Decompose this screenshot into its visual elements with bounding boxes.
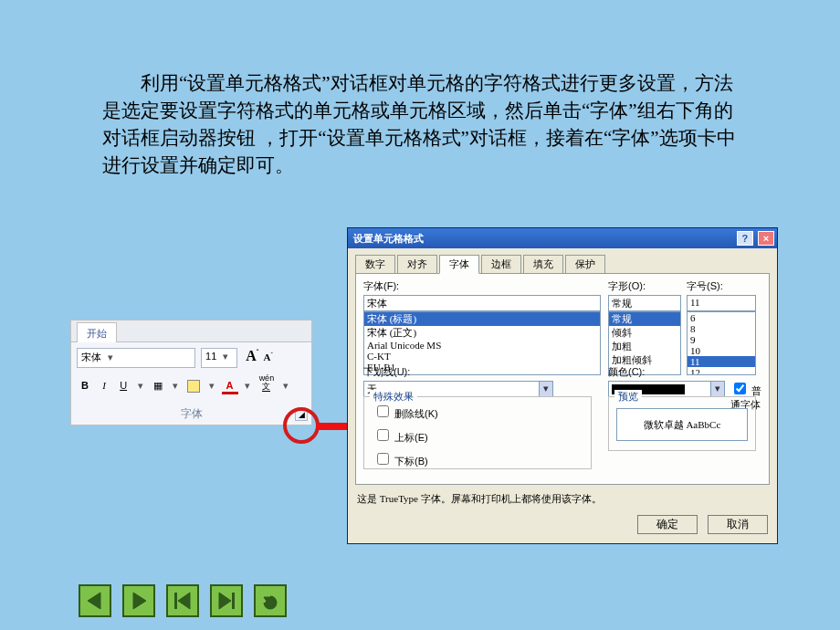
chevron-down-icon: ▾ xyxy=(219,351,232,362)
grow-font-button[interactable]: Aˆ xyxy=(246,348,258,363)
fill-color-button[interactable] xyxy=(184,379,203,394)
ribbon-group-label: 字体 xyxy=(71,406,311,422)
preview-text: 微软卓越 AaBbCc xyxy=(616,408,748,441)
list-item[interactable]: 6 xyxy=(688,312,755,323)
color-label: 颜色(C): xyxy=(608,365,725,379)
size-input[interactable]: 11 xyxy=(687,295,756,311)
font-color-button[interactable]: A xyxy=(222,379,238,394)
chevron-down-icon: ▾ xyxy=(104,352,117,363)
underline-button[interactable]: U xyxy=(115,379,131,392)
dialog-title: 设置单元格格式 xyxy=(353,232,424,246)
ribbon-tabbar: 开始 xyxy=(71,320,311,342)
list-item[interactable]: 加粗 xyxy=(609,340,680,353)
list-item[interactable]: 9 xyxy=(688,334,755,345)
nav-last-button[interactable] xyxy=(210,584,243,617)
nav-next-button[interactable] xyxy=(122,584,155,617)
dialog-footnote: 这是 TrueType 字体。屏幕和打印机上都将使用该字体。 xyxy=(357,492,768,506)
cancel-button[interactable]: 取消 xyxy=(708,515,768,534)
list-item[interactable]: 宋体 (正文) xyxy=(364,326,600,340)
font-input[interactable]: 宋体 xyxy=(363,295,601,311)
dialog-launcher-button[interactable]: ◢ xyxy=(295,408,308,421)
font-size-combo[interactable]: 11 ▾ xyxy=(201,348,237,368)
font-label: 字体(F): xyxy=(363,279,601,293)
list-item[interactable]: 10 xyxy=(688,345,755,356)
italic-button[interactable]: I xyxy=(96,379,112,392)
style-input[interactable]: 常规 xyxy=(608,295,681,311)
svg-marker-4 xyxy=(219,593,231,609)
format-cells-dialog: 设置单元格格式 ? × 数字 对齐 字体 边框 填充 保护 字体(F): 宋体 … xyxy=(347,227,778,544)
dialog-titlebar: 设置单元格格式 ? × xyxy=(348,228,777,248)
phonetic-button[interactable]: wén文 xyxy=(257,373,278,392)
preview-group: 预览 微软卓越 AaBbCc xyxy=(608,396,756,451)
chevron-down-icon: ▾ xyxy=(539,382,552,396)
ok-button[interactable]: 确定 xyxy=(637,515,698,534)
help-button[interactable]: ? xyxy=(737,231,753,246)
tab-font[interactable]: 字体 xyxy=(439,255,479,274)
svg-rect-5 xyxy=(232,593,235,609)
strikethrough-checkbox[interactable]: 删除线(K) xyxy=(373,403,591,421)
ribbon-font-group: 开始 宋体 ▾ 11 ▾ Aˆ Aˇ B I U ▾ ▦ ▾ ▾ A ▾ wén… xyxy=(70,320,312,425)
chevron-down-icon[interactable]: ▾ xyxy=(205,380,218,392)
list-item[interactable]: 宋体 (标题) xyxy=(364,312,600,326)
underline-label: 下划线(U): xyxy=(363,365,553,379)
tab-protect[interactable]: 保护 xyxy=(565,255,605,274)
svg-marker-1 xyxy=(133,593,146,609)
svg-marker-0 xyxy=(88,593,100,609)
style-label: 字形(O): xyxy=(608,279,681,293)
svg-rect-2 xyxy=(174,593,177,609)
superscript-checkbox[interactable]: 上标(E) xyxy=(373,426,591,445)
chevron-down-icon[interactable]: ▾ xyxy=(134,380,147,392)
paragraph-text: 利用“设置单元格格式”对话框对单元格的字符格式进行更多设置，方法是选定要设置字符… xyxy=(102,72,736,176)
list-item[interactable]: 8 xyxy=(688,323,755,334)
close-button[interactable]: × xyxy=(758,231,774,246)
border-button[interactable]: ▦ xyxy=(150,379,166,393)
tab-number[interactable]: 数字 xyxy=(355,255,395,274)
slide-nav xyxy=(79,584,287,617)
effects-legend: 特殊效果 xyxy=(370,390,417,404)
nav-first-button[interactable] xyxy=(166,584,199,617)
chevron-down-icon[interactable]: ▾ xyxy=(241,380,254,392)
chevron-down-icon[interactable]: ▾ xyxy=(169,380,182,392)
size-label: 字号(S): xyxy=(687,279,756,293)
tab-border[interactable]: 边框 xyxy=(481,255,521,274)
nav-return-button[interactable] xyxy=(254,584,287,617)
nav-prev-button[interactable] xyxy=(79,584,111,617)
dialog-tabs: 数字 对齐 字体 边框 填充 保护 xyxy=(348,248,777,273)
dialog-panel: 字体(F): 宋体 宋体 (标题) 宋体 (正文) Arial Unicode … xyxy=(355,273,770,485)
tab-fill[interactable]: 填充 xyxy=(523,255,563,274)
chevron-down-icon: ▾ xyxy=(710,382,724,396)
bold-button[interactable]: B xyxy=(77,379,93,392)
list-item[interactable]: 倾斜 xyxy=(609,326,680,340)
preview-legend: 预览 xyxy=(614,390,642,404)
font-name-combo[interactable]: 宋体 ▾ xyxy=(77,348,195,368)
effects-group: 特殊效果 删除线(K) 上标(E) 下标(B) xyxy=(363,396,592,469)
explanation-paragraph: 利用“设置单元格格式”对话框对单元格的字符格式进行更多设置，方法是选定要设置字符… xyxy=(102,69,741,179)
svg-marker-3 xyxy=(178,593,190,609)
list-item[interactable]: 常规 xyxy=(609,312,680,326)
list-item[interactable]: Arial Unicode MS xyxy=(364,340,600,351)
list-item[interactable]: C-KT xyxy=(364,351,600,362)
shrink-font-button[interactable]: Aˇ xyxy=(263,352,272,362)
subscript-checkbox[interactable]: 下标(B) xyxy=(373,450,591,468)
tab-align[interactable]: 对齐 xyxy=(397,255,437,274)
chevron-down-icon[interactable]: ▾ xyxy=(279,380,292,392)
